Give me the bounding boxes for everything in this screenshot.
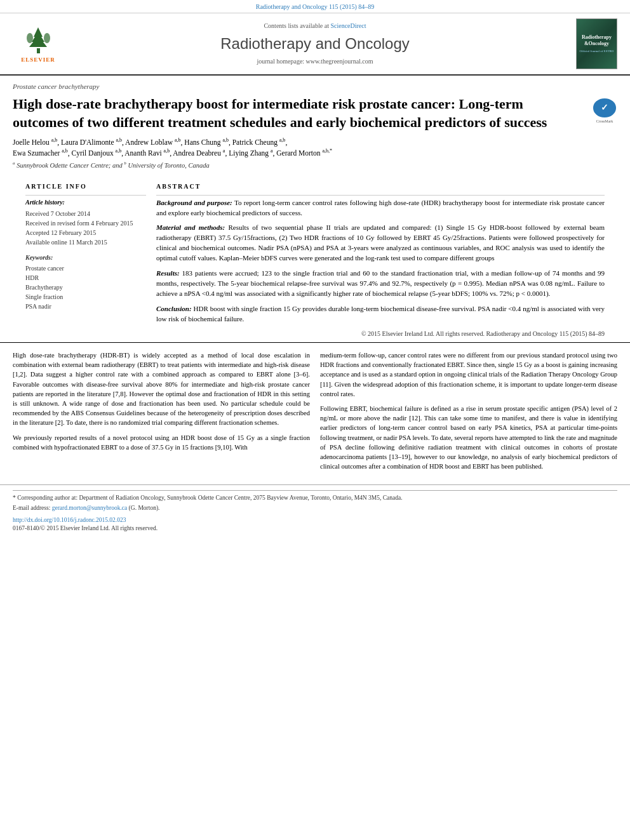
abstract-background: Background and purpose: To report long-t…	[156, 198, 605, 218]
doi-link[interactable]: http://dx.doi.org/10.1016/j.radonc.2015.…	[13, 517, 126, 523]
keyword-2: HDR	[25, 274, 146, 283]
keywords-label: Keywords:	[25, 253, 146, 262]
body-para-2: We previously reported results of a nove…	[13, 433, 310, 452]
issn-line: 0167-8140/© 2015 Elsevier Ireland Ltd. A…	[13, 524, 617, 533]
author-patrick-cheung: Patrick Cheung a,b,	[232, 138, 288, 146]
journal-cover-subtitle: Official Journal of ESTRO	[580, 49, 614, 53]
divider	[25, 195, 146, 196]
elsevier-logo: ELSEVIER	[21, 24, 56, 64]
svg-point-5	[44, 33, 50, 43]
abstract-methods: Material and methods: Results of two seq…	[156, 223, 605, 263]
body-para-4: Following EBRT, biochemical failure is d…	[320, 404, 617, 472]
body-para-1: High dose-rate brachytherapy (HDR-BT) is…	[13, 350, 310, 428]
article-history-block: Article history: Received 7 October 2014…	[25, 198, 146, 247]
author-liying-zhang: Liying Zhang a,	[229, 149, 276, 157]
background-label: Background and purpose:	[156, 199, 232, 206]
article-title: High dose-rate brachytherapy boost for i…	[13, 95, 592, 131]
abstract-results: Results: 183 patients were accrued; 123 …	[156, 269, 605, 299]
authors-line: Joelle Helou a,b, Laura D'Alimonte a,b, …	[13, 137, 617, 159]
author-joelle-helou: Joelle Helou a,b,	[13, 138, 61, 146]
elsevier-label: ELSEVIER	[21, 56, 55, 64]
author-cyril-danjoux: Cyril Danjoux a,b,	[72, 149, 125, 157]
affiliations: a Sunnybrook Odette Cancer Centre; and b…	[13, 161, 617, 170]
results-label: Results:	[156, 269, 180, 277]
body-section: High dose-rate brachytherapy (HDR-BT) is…	[0, 343, 630, 484]
received-date: Received 7 October 2014	[25, 209, 146, 218]
email-person: (G. Morton).	[129, 505, 160, 511]
abstract-divider	[156, 195, 605, 196]
journal-title: Radiotherapy and Oncology	[76, 33, 554, 55]
crossmark-logo[interactable]: ✓ CrossMark	[592, 98, 617, 124]
elsevier-logo-area: ELSEVIER	[13, 24, 64, 64]
email-address[interactable]: gerard.morton@sunnybrook.ca	[52, 505, 128, 511]
article-info-header: ARTICLE INFO	[25, 182, 146, 191]
footnote-section: * Corresponding author at: Department of…	[0, 484, 630, 540]
journal-header-center: Contents lists available at ScienceDirec…	[64, 22, 566, 66]
email-line: E-mail address: gerard.morton@sunnybrook…	[13, 504, 617, 512]
elsevier-tree-icon	[21, 24, 56, 55]
journal-cover-area: Radiotherapy&Oncology Official Journal o…	[566, 18, 617, 69]
contents-line: Contents lists available at ScienceDirec…	[76, 22, 554, 30]
sciencedirect-link[interactable]: ScienceDirect	[330, 22, 366, 29]
author-ewa-szumacher: Ewa Szumacher a,b,	[13, 149, 72, 157]
journal-citation: Radiotherapy and Oncology 115 (2015) 84–…	[256, 3, 375, 10]
copyright-line: © 2015 Elsevier Ireland Ltd. All rights …	[156, 330, 605, 342]
keywords-block: Keywords: Prostate cancer HDR Brachyther…	[25, 253, 146, 311]
keyword-4: Single fraction	[25, 293, 146, 302]
body-right-column: medium-term follow-up, cancer control ra…	[320, 350, 617, 477]
body-left-column: High dose-rate brachytherapy (HDR-BT) is…	[13, 350, 310, 477]
article-title-row: High dose-rate brachytherapy boost for i…	[13, 95, 617, 131]
abstract-column: ABSTRACT Background and purpose: To repo…	[156, 182, 605, 342]
conclusion-text: HDR boost with single fraction 15 Gy pro…	[156, 305, 605, 323]
author-andrew-loblaw: Andrew Loblaw a,b,	[125, 138, 184, 146]
conclusion-label: Conclusion:	[156, 305, 192, 312]
body-para-3: medium-term follow-up, cancer control ra…	[320, 350, 617, 399]
abstract-conclusion: Conclusion: HDR boost with single fracti…	[156, 304, 605, 324]
accepted-date: Accepted 12 February 2015	[25, 228, 146, 237]
affiliation-b: University of Toronto, Canada	[128, 162, 209, 169]
history-label: Article history:	[25, 198, 146, 207]
footnote-divider	[13, 490, 617, 491]
affiliation-a: Sunnybrook Odette Cancer Centre;	[17, 162, 111, 169]
available-date: Available online 11 March 2015	[25, 237, 146, 247]
article-info-column: ARTICLE INFO Article history: Received 7…	[25, 182, 146, 342]
doi-section: http://dx.doi.org/10.1016/j.radonc.2015.…	[13, 516, 617, 524]
author-andrea-deabreu: Andrea Deabreu a,	[173, 149, 229, 157]
journal-cover-title: Radiotherapy&Oncology	[582, 34, 612, 46]
top-citation-bar: Radiotherapy and Oncology 115 (2015) 84–…	[0, 0, 630, 13]
keyword-1: Prostate cancer	[25, 264, 146, 273]
keyword-3: Brachytherapy	[25, 283, 146, 292]
keyword-5: PSA nadir	[25, 302, 146, 311]
results-text: 183 patients were accrued; 123 to the si…	[156, 269, 605, 297]
abstract-header: ABSTRACT	[156, 182, 605, 191]
author-gerard-morton: Gerard Morton a,b,*	[276, 149, 332, 157]
email-label: E-mail address:	[13, 505, 50, 511]
journal-cover-image: Radiotherapy&Oncology Official Journal o…	[576, 18, 617, 69]
author-laura-dalimonte: Laura D'Alimonte a,b,	[61, 138, 125, 146]
article-section: Prostate cancer brachytherapy High dose-…	[0, 76, 630, 343]
journal-header: ELSEVIER Contents lists available at Sci…	[0, 13, 630, 76]
methods-label: Material and methods:	[156, 223, 225, 231]
main-content-area: ARTICLE INFO Article history: Received 7…	[13, 176, 617, 342]
corresponding-author-note: * Corresponding author at: Department of…	[13, 494, 617, 502]
article-category: Prostate cancer brachytherapy	[13, 82, 617, 91]
journal-homepage: journal homepage: www.thegreenjournal.co…	[76, 57, 554, 66]
crossmark-label: CrossMark	[596, 119, 613, 124]
author-hans-chung: Hans Chung a,b,	[184, 138, 232, 146]
revised-date: Received in revised form 4 February 2015	[25, 218, 146, 228]
author-ananth-ravi: Ananth Ravi a,b,	[124, 149, 173, 157]
svg-rect-0	[37, 48, 40, 53]
svg-point-4	[27, 33, 33, 43]
crossmark-icon: ✓	[593, 98, 616, 117]
